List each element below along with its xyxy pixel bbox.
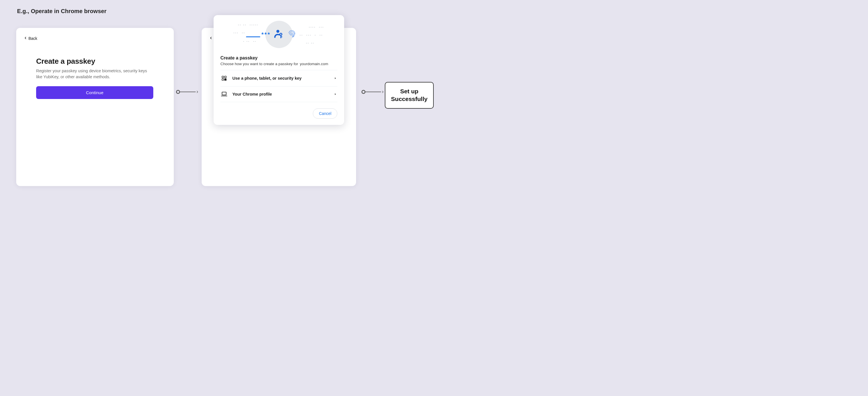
password-asterisks-icon: ***	[261, 31, 271, 37]
step-1-title: Create a passkey	[36, 57, 154, 66]
success-card: Set up Successfully	[385, 82, 434, 109]
laptop-icon	[221, 92, 227, 97]
svg-rect-9	[222, 92, 226, 95]
fingerprint-icon	[287, 29, 296, 40]
dialog-domain: yourdomain.com	[300, 62, 328, 66]
chevron-right-icon	[334, 93, 337, 96]
option-label: Your Chrome profile	[232, 92, 329, 96]
step-1-card: Back Create a passkey Register your pass…	[16, 28, 174, 186]
svg-rect-4	[222, 79, 224, 81]
flow-arrow-2	[362, 90, 384, 94]
svg-rect-7	[225, 80, 225, 81]
continue-button[interactable]: Continue	[36, 86, 153, 99]
arrow-start-icon	[362, 90, 366, 94]
decorative-dots-icon: •• •• •••••	[238, 24, 258, 27]
decorative-dots-icon: • •• ••	[243, 40, 256, 43]
flow-arrow-1	[176, 90, 199, 94]
chevron-left-icon	[24, 36, 27, 41]
cancel-button[interactable]: Cancel	[313, 109, 337, 119]
back-button[interactable]: Back	[24, 36, 37, 41]
dialog-title: Create a passkey	[220, 56, 337, 61]
option-phone-tablet-key[interactable]: Use a phone, tablet, or security key	[220, 70, 337, 87]
chevron-left-icon	[209, 36, 213, 41]
svg-rect-5	[225, 79, 225, 80]
page-title: E.g., Operate in Chrome browser	[17, 8, 106, 14]
svg-point-0	[276, 30, 279, 33]
arrow-start-icon	[176, 90, 180, 94]
decorative-dots-icon: ••• ••	[234, 32, 245, 35]
option-label: Use a phone, tablet, or security key	[232, 76, 329, 81]
chrome-passkey-dialog: •• •• ••••• ••• •• • •• •• •••• ••• •• •…	[214, 15, 344, 125]
arrow-head-icon	[381, 90, 384, 94]
decorative-dots-icon: •• ••	[306, 42, 315, 45]
svg-rect-2	[222, 76, 224, 78]
chevron-right-icon	[334, 77, 337, 80]
qr-icon	[221, 75, 227, 81]
option-chrome-profile[interactable]: Your Chrome profile	[220, 87, 337, 102]
decorative-dots-icon: •• ••• • ••	[300, 34, 323, 37]
decorative-dots-icon: •••• •••	[309, 26, 324, 29]
svg-rect-8	[225, 80, 226, 81]
arrow-head-icon	[196, 90, 199, 94]
back-label: Back	[28, 36, 37, 41]
step-1-description: Register your passkey using device biome…	[36, 68, 153, 80]
dialog-subtitle: Choose how you want to create a passkey …	[220, 62, 337, 66]
dialog-hero-illustration: •• •• ••••• ••• •• • •• •• •••• ••• •• •…	[214, 15, 344, 52]
svg-rect-6	[226, 79, 226, 80]
svg-rect-3	[225, 76, 226, 78]
user-key-icon	[274, 29, 284, 40]
